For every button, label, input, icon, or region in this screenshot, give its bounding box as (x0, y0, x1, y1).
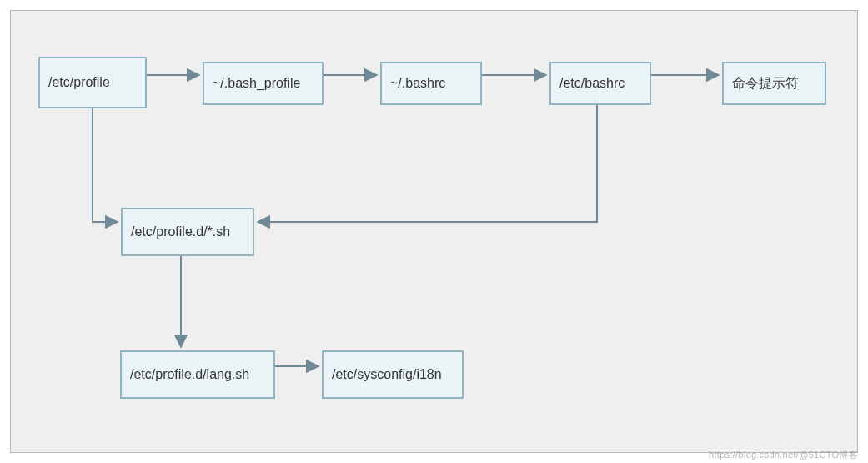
node-label: /etc/profile.d/lang.sh (130, 367, 249, 382)
node-prompt: 命令提示符 (722, 62, 826, 105)
node-bash-profile: ~/.bash_profile (203, 62, 324, 105)
node-label: /etc/profile (48, 75, 110, 90)
node-label: 命令提示符 (732, 75, 799, 93)
watermark: https://blog.csdn.net/@51CTO博客 (709, 449, 858, 461)
node-label: /etc/profile.d/*.sh (131, 224, 230, 239)
edge-profile-to-profiled (93, 108, 118, 222)
node-label: /etc/sysconfig/i18n (332, 367, 442, 382)
diagram-frame: /etc/profile ~/.bash_profile ~/.bashrc /… (10, 10, 858, 453)
node-profile-d-sh: /etc/profile.d/*.sh (121, 208, 254, 256)
node-label: /etc/bashrc (559, 76, 625, 91)
edge-etcbashrc-to-profiled (258, 105, 597, 222)
node-label: ~/.bashrc (390, 76, 445, 91)
node-etc-bashrc: /etc/bashrc (549, 62, 651, 105)
node-etc-profile: /etc/profile (38, 57, 147, 108)
node-profile-d-lang: /etc/profile.d/lang.sh (120, 350, 275, 399)
node-label: ~/.bash_profile (213, 76, 300, 91)
node-bashrc: ~/.bashrc (380, 62, 482, 105)
node-i18n: /etc/sysconfig/i18n (322, 350, 464, 399)
